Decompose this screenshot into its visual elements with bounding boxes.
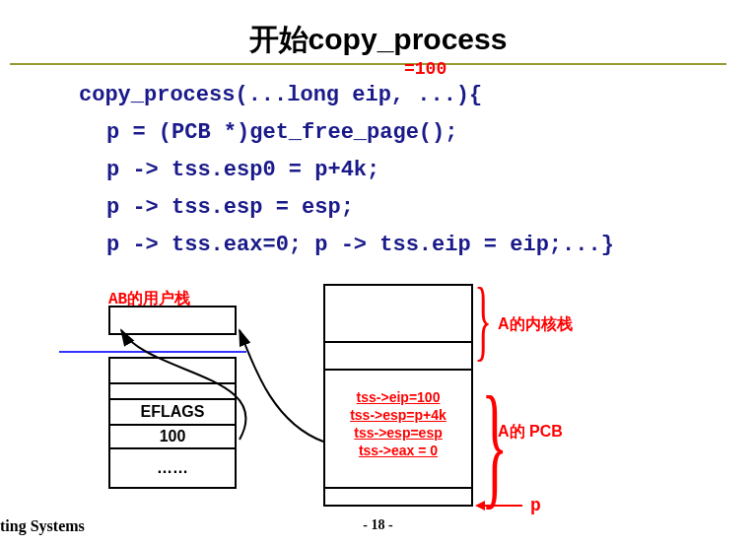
left-stack-100: 100 [108,424,237,449]
tss-eax-line: tss->eax = 0 [359,442,438,459]
left-stack-gap [108,357,237,384]
left-stack-top [108,306,237,335]
page-number: - 18 - [0,517,756,533]
arrow-head-icon [475,501,485,511]
tss-esp-4k-line: tss->esp=p+4k [350,406,447,424]
code-line-4: p -> tss.esp = esp; [79,189,614,227]
code-line-1: copy_process(...long eip, ...){ [79,77,614,114]
code-line-5: p -> tss.eax=0; p -> tss.eip = eip;...} [79,227,614,264]
right-bottom-box [323,489,473,507]
code-line-2: p = (PCB *)get_free_page(); [79,114,614,152]
brace-kernel-stack: } [474,267,492,372]
annotation-eq100: =100 [404,59,447,79]
code-block: copy_process(...long eip, ...){ p = (PCB… [79,77,614,264]
arrow-line [483,505,522,507]
code-line-3: p -> tss.esp0 = p+4k; [79,152,614,189]
right-gap-box [323,343,473,371]
right-kernel-stack-box [323,284,473,343]
title-underline [10,63,726,65]
slide-title: 开始copy_process [0,0,756,60]
label-a-kernel-stack: A的内核栈 [498,314,573,335]
tss-eip-line: tss->eip=100 [357,388,441,406]
pointer-p-label: p [530,496,541,515]
right-pcb-box: tss->eip=100 tss->esp=p+4k tss->esp=esp … [323,371,473,489]
tss-esp-line: tss->esp=esp [354,424,443,442]
blue-divider-line [59,351,246,353]
right-stack-diagram: tss->eip=100 tss->esp=p+4k tss->esp=esp … [323,284,473,507]
label-a-pcb: A的 PCB [498,422,563,443]
left-stack-diagram: EFLAGS 100 …… [108,306,237,489]
left-stack-eflags: EFLAGS [108,398,237,426]
pointer-p-arrow: p [483,496,541,515]
left-stack-dots: …… [108,447,237,489]
